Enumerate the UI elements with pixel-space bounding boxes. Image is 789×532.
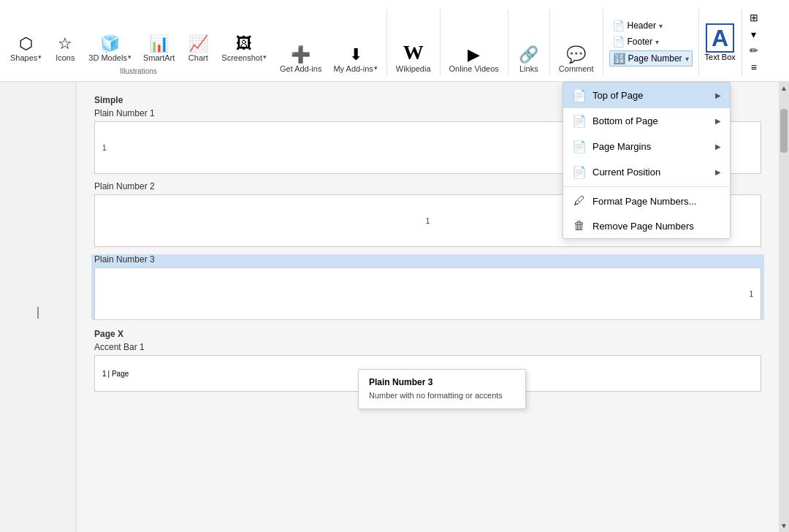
current-position-label: Current Position [592, 167, 660, 178]
smartart-label: SmartArt [143, 53, 175, 62]
top-of-page-arrow: ▶ [715, 91, 721, 99]
left-margin [0, 82, 77, 532]
current-position-arrow: ▶ [715, 168, 721, 176]
page-margins-label: Page Margins [592, 141, 651, 152]
page-margins-arrow: ▶ [715, 142, 721, 151]
online-videos-section: ▶ Online Videos [441, 10, 508, 75]
ribbon: ⬡ Shapes ▾ ☆ Icons 🧊 3D Models ▾ 📊 Smart [0, 0, 789, 82]
page-number-dropdown-icon: ▾ [685, 55, 689, 63]
online-videos-label: Online Videos [449, 64, 499, 73]
chart-label: Chart [188, 53, 208, 62]
wikipedia-section: W Wikipedia [387, 10, 441, 75]
icons-button[interactable]: ☆ Icons [49, 34, 81, 64]
format-page-numbers-icon: 🖊 [572, 194, 587, 208]
wikipedia-button[interactable]: W Wikipedia [392, 40, 435, 75]
footer-label: Footer [628, 37, 653, 47]
addins-group: ➕ Get Add-ins ⬇ My Add-ins ▾ [275, 45, 382, 75]
header-dropdown-icon: ▾ [659, 22, 663, 30]
footer-icon: 📄 [612, 36, 625, 48]
plain-number-3-preview: 1 [94, 267, 761, 320]
illustrations-section: ⬡ Shapes ▾ ☆ Icons 🧊 3D Models ▾ 📊 Smart [6, 34, 271, 75]
screenshot-icon: 🖼 [236, 36, 252, 52]
chart-icon: 📈 [188, 36, 208, 52]
smartart-button[interactable]: 📊 SmartArt [139, 34, 179, 64]
header-label: Header [628, 20, 656, 31]
plain-number-1-value: 1 [102, 144, 107, 152]
top-of-page-label: Top of Page [592, 90, 643, 101]
accent-bar-1-label: Accent Bar 1 [91, 342, 764, 352]
links-label: Links [519, 64, 538, 73]
top-of-page-icon: 📄 [572, 88, 587, 102]
page-x-label: Page X [91, 329, 764, 339]
page-number-dropdown: 📄 Top of Page ▶ 📄 Bottom of Page ▶ 📄 Pag… [563, 82, 731, 239]
page-number-button[interactable]: 🔢 Page Number ▾ [609, 50, 693, 66]
shapes-icon: ⬡ [19, 36, 33, 52]
illustrations-group: ⬡ Shapes ▾ ☆ Icons 🧊 3D Models ▾ 📊 Smart [6, 34, 271, 64]
format-page-numbers-label: Format Page Numbers... [592, 196, 696, 207]
3d-models-arrow-icon: ▾ [128, 53, 132, 62]
comment-button[interactable]: 💬 Comment [554, 45, 598, 75]
shapes-arrow-icon: ▾ [38, 53, 42, 62]
scroll-up-arrow[interactable]: ▲ [778, 82, 789, 94]
dropdown2-button[interactable]: ▾ [745, 28, 763, 42]
remove-page-numbers-item[interactable]: 🗑 Remove Page Numbers [563, 213, 730, 238]
remove-page-numbers-label: Remove Page Numbers [592, 221, 694, 232]
my-addins-icon: ⬇ [349, 47, 362, 63]
online-videos-button[interactable]: ▶ Online Videos [445, 45, 503, 75]
dropdown1-button[interactable]: ⊞ [745, 11, 763, 25]
settings-icon[interactable]: ≡ [745, 61, 763, 75]
tooltip-description: Number with no formatting or accents [369, 390, 515, 401]
plain-number-3-option[interactable]: Plain Number 3 1 [91, 254, 764, 320]
3d-models-button[interactable]: 🧊 3D Models ▾ [84, 34, 136, 64]
scroll-thumb[interactable] [780, 109, 788, 153]
screenshot-label: Screenshot [221, 53, 262, 62]
online-videos-icon: ▶ [468, 47, 480, 63]
scroll-down-arrow[interactable]: ▼ [778, 520, 789, 532]
format-page-numbers-item[interactable]: 🖊 Format Page Numbers... [563, 189, 730, 213]
header-icon: 📄 [612, 20, 625, 31]
bottom-of-page-arrow: ▶ [715, 117, 721, 125]
top-of-page-item[interactable]: 📄 Top of Page ▶ [563, 83, 730, 108]
icons-icon: ☆ [58, 36, 72, 52]
illustrations-section-label: Illustrations [120, 67, 157, 75]
my-addins-button[interactable]: ⬇ My Add-ins ▾ [329, 45, 381, 75]
smartart-icon: 📊 [149, 36, 169, 52]
wikipedia-label: Wikipedia [396, 64, 431, 73]
screenshot-button[interactable]: 🖼 Screenshot ▾ [217, 34, 271, 64]
accent-bar-number: 1 [102, 370, 107, 378]
get-addins-button[interactable]: ➕ Get Add-ins [275, 45, 326, 75]
page-number-label: Page Number [628, 53, 682, 64]
menu-divider [563, 186, 730, 187]
header-footer-group: 📄 Header ▾ 📄 Footer ▾ 🔢 Page Number ▾ [603, 10, 699, 75]
edit-icon[interactable]: ✏ [745, 44, 763, 58]
plain-number-2-value: 1 [426, 217, 430, 225]
icons-label: Icons [56, 53, 75, 62]
bottom-of-page-item[interactable]: 📄 Bottom of Page ▶ [563, 108, 730, 134]
page-margins-item[interactable]: 📄 Page Margins ▶ [563, 134, 730, 159]
my-addins-arrow-icon: ▾ [374, 64, 378, 73]
scroll-bar[interactable]: ▲ ▼ [779, 82, 789, 532]
footer-dropdown-icon: ▾ [655, 38, 659, 46]
current-position-item[interactable]: 📄 Current Position ▶ [563, 159, 730, 185]
cursor [38, 307, 39, 319]
shapes-label: Shapes [10, 53, 37, 62]
footer-button[interactable]: 📄 Footer ▾ [609, 34, 693, 49]
wikipedia-icon: W [403, 42, 424, 63]
links-button[interactable]: 🔗 Links [513, 45, 545, 75]
shapes-button[interactable]: ⬡ Shapes ▾ [6, 34, 46, 64]
tooltip-title: Plain Number 3 [369, 377, 515, 387]
comment-section: 💬 Comment [550, 10, 603, 75]
get-addins-icon: ➕ [291, 47, 310, 63]
page-margins-icon: 📄 [572, 140, 587, 153]
get-addins-label: Get Add-ins [280, 64, 321, 73]
chart-button[interactable]: 📈 Chart [182, 34, 214, 64]
3d-models-label: 3D Models [88, 53, 127, 62]
header-button[interactable]: 📄 Header ▾ [609, 18, 693, 33]
plain-number-3-inner: 1 [95, 268, 761, 319]
text-box-button[interactable]: A Text Box [699, 10, 742, 75]
bottom-of-page-icon: 📄 [572, 114, 587, 128]
links-section: 🔗 Links [508, 10, 550, 75]
bottom-of-page-label: Bottom of Page [592, 115, 658, 126]
right-icons-group: ⊞ ▾ ✏ ≡ [742, 10, 766, 75]
plain-number-3-tooltip: Plain Number 3 Number with no formatting… [358, 369, 526, 409]
